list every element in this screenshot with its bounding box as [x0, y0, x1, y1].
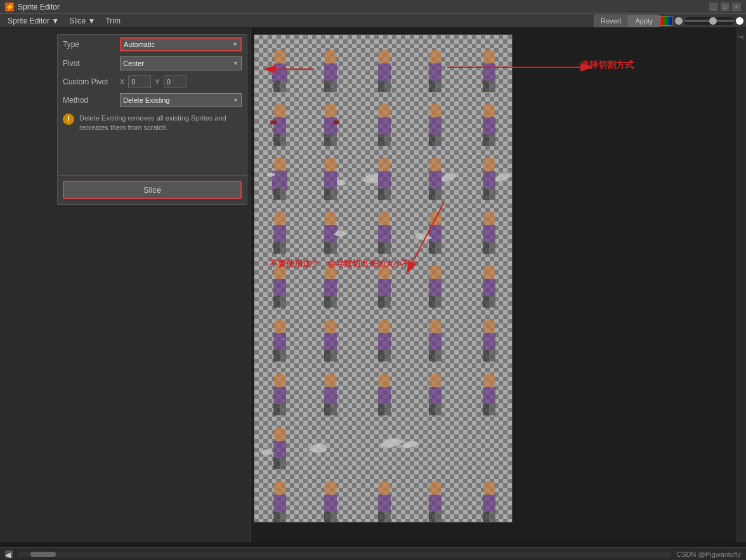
minimize-button[interactable]: _ — [709, 3, 718, 11]
annotation-cut-method: 选择切割方式 — [580, 60, 634, 71]
scrollbar-thumb[interactable] — [30, 552, 56, 557]
sprite-col-5 — [461, 35, 512, 522]
type-row: Type Automatic ▼ — [58, 35, 247, 54]
app-icon: ⚡ — [5, 3, 14, 11]
sprite-col-4 — [409, 35, 461, 522]
slice-popup: Type Automatic ▼ Pivot Center ▼ Custom P… — [57, 34, 247, 205]
type-label: Type — [63, 40, 120, 49]
window-title: Sprite Editor — [18, 3, 709, 11]
method-label: Method — [63, 96, 120, 105]
menu-trim[interactable]: Trim — [100, 15, 126, 27]
main-area: Type Automatic ▼ Pivot Center ▼ Custom P… — [0, 28, 746, 542]
menu-bar: Sprite Editor ▼ Slice ▼ Trim Revert Appl… — [0, 14, 746, 28]
left-panel: Type Automatic ▼ Pivot Center ▼ Custom P… — [0, 28, 251, 542]
revert-button[interactable]: Revert — [594, 15, 628, 27]
pivot-row: Pivot Center ▼ — [58, 54, 247, 73]
brand-text: CSDN @Pigwantofly — [676, 550, 741, 558]
brightness-slider[interactable] — [684, 17, 735, 25]
title-bar: ⚡ Sprite Editor _ □ × — [0, 0, 746, 14]
menu-slice[interactable]: Slice ▼ — [64, 15, 100, 27]
x-input[interactable] — [128, 75, 151, 88]
warning-text: Delete Existing removes all existing Spr… — [79, 114, 242, 133]
bottom-bar: ◀ CSDN @Pigwantofly — [0, 547, 746, 560]
slice-btn-row: Slice — [58, 175, 247, 204]
type-select-arrow: ▼ — [232, 41, 238, 48]
sprite-col-3 — [357, 35, 409, 522]
pivot-select[interactable]: Center ▼ — [120, 56, 242, 70]
right-panel-labels: y — [738, 30, 745, 39]
scroll-left-button[interactable]: ◀ — [5, 550, 13, 558]
slice-button[interactable]: Slice — [63, 181, 242, 199]
pivot-select-arrow: ▼ — [233, 60, 239, 67]
color-icon — [660, 16, 672, 26]
coord-group: X Y — [120, 75, 186, 88]
horizontal-scrollbar[interactable] — [18, 552, 671, 557]
custom-pivot-row: Custom Pivot X Y — [58, 73, 247, 91]
method-row: Method Delete Existing ▼ — [58, 91, 247, 110]
type-select[interactable]: Automatic ▼ — [120, 37, 242, 51]
sprite-sheet — [254, 35, 512, 522]
custom-pivot-label: Custom Pivot — [63, 77, 120, 86]
menu-sprite-editor[interactable]: Sprite Editor ▼ — [3, 15, 64, 27]
brightness-max-icon — [736, 17, 743, 25]
canvas-area: 选择切割方式 不要使用这个，会导致切出来的大小不一 — [251, 28, 736, 542]
warning-icon: ! — [63, 114, 74, 125]
y-input[interactable] — [164, 75, 186, 88]
pivot-label: Pivot — [63, 59, 120, 68]
maximize-button[interactable]: □ — [721, 3, 730, 11]
window-controls: _ □ × — [709, 3, 741, 11]
sprite-canvas — [254, 34, 513, 523]
method-select-arrow: ▼ — [233, 97, 239, 103]
method-select[interactable]: Delete Existing ▼ — [120, 93, 242, 107]
sprite-col-2 — [306, 35, 357, 522]
brightness-icon — [675, 17, 683, 25]
right-panel: y — [736, 28, 746, 542]
apply-button[interactable]: Apply — [628, 15, 660, 27]
close-button[interactable]: × — [732, 3, 741, 11]
warning-box: ! Delete Existing removes all existing S… — [58, 110, 247, 137]
sprite-col-1 — [254, 35, 306, 522]
